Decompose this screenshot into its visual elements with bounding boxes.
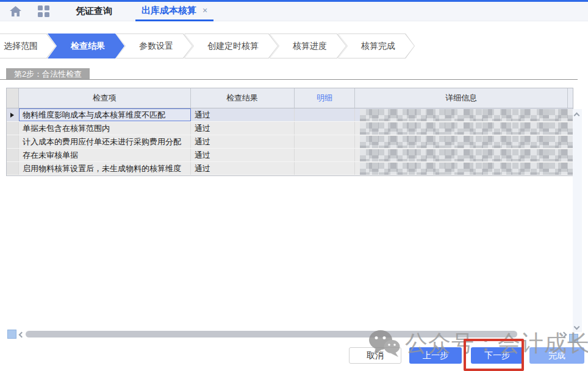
horizontal-scrollbar-thumb[interactable]: [26, 331, 517, 337]
detail-info-cell: [355, 162, 573, 175]
header-filler: [568, 88, 573, 108]
detail-info-cell: [355, 149, 573, 161]
scroll-right-icon[interactable]: [561, 332, 567, 338]
table-row[interactable]: 计入成本的费用应付单还未进行采购费用分配 通过: [7, 135, 573, 149]
tab-outbound-cost-accounting[interactable]: 出库成本核算 ×: [135, 2, 213, 21]
step-parameter-setting: 参数设置: [116, 34, 193, 58]
tab-label: 凭证查询: [76, 5, 112, 17]
home-icon[interactable]: [9, 5, 22, 18]
step-check-result: 检查结果: [48, 34, 124, 58]
check-result-table: 检查项 检查结果 明细 详细信息 物料维度影响成本与成本核算维度不匹配 通过 单…: [6, 88, 573, 176]
table-row[interactable]: 物料维度影响成本与成本核算维度不匹配 通过: [7, 108, 573, 122]
step-create-scheduled: 创建定时核算: [184, 34, 278, 58]
table-body: 物料维度影响成本与成本核算维度不匹配 通过 单据未包含在核算范围内 通过 计入成…: [7, 108, 573, 175]
row-indicator-cell: [7, 135, 19, 148]
prev-step-button[interactable]: 上一步: [409, 347, 462, 364]
check-item-cell: 单据未包含在核算范围内: [19, 122, 191, 135]
censored-mosaic: [360, 122, 573, 135]
row-indicator-cell: [7, 122, 19, 135]
row-pointer-icon: [10, 113, 14, 118]
row-indicator-header: [7, 88, 19, 108]
detail-cell[interactable]: [295, 122, 356, 135]
check-result-cell: 通过: [191, 122, 295, 135]
step-select-range: 选择范围: [0, 34, 56, 58]
cancel-button[interactable]: 取消: [349, 347, 401, 364]
table-row[interactable]: 启用物料核算设置后，未生成物料的核算维度 通过: [7, 162, 573, 175]
close-tab-icon[interactable]: ×: [203, 5, 207, 15]
vertical-scrollbar[interactable]: [573, 109, 582, 332]
check-result-cell: 通过: [191, 162, 295, 175]
check-item-cell: 物料维度影响成本与成本核算维度不匹配: [19, 108, 191, 121]
detail-cell[interactable]: [295, 108, 356, 121]
check-item-cell: 计入成本的费用应付单还未进行采购费用分配: [19, 135, 191, 148]
scroll-left-icon[interactable]: [19, 332, 25, 338]
step-progress: 核算进度: [270, 34, 346, 58]
column-header-detail-info: 详细信息: [355, 88, 568, 108]
detail-cell[interactable]: [295, 135, 356, 148]
banner-divider: [0, 79, 578, 80]
step-banner: 第2步：合法性检查: [6, 68, 90, 80]
column-header-check-item: 检查项: [19, 88, 191, 108]
check-item-cell: 存在未审核单据: [19, 149, 191, 161]
check-result-cell: 通过: [191, 135, 295, 148]
censored-mosaic: [360, 109, 573, 121]
home-icon-glyph: [10, 6, 21, 16]
finish-button[interactable]: 完成: [529, 347, 584, 364]
detail-cell[interactable]: [295, 149, 356, 161]
censored-mosaic: [360, 149, 573, 161]
next-step-button[interactable]: 下一步: [471, 347, 523, 364]
app-grid-icon[interactable]: [37, 5, 50, 18]
app-window: 凭证查询 出库成本核算 × 选择范围 检查结果 参数设置 创建定时核算 核算进度…: [0, 0, 588, 371]
table-row[interactable]: 存在未审核单据 通过: [7, 149, 573, 162]
detail-info-cell: [355, 122, 573, 135]
wizard-steps: 选择范围 检查结果 参数设置 创建定时核算 核算进度 核算完成: [0, 34, 415, 58]
row-indicator-cell: [7, 149, 19, 161]
tab-label: 出库成本核算: [142, 5, 196, 16]
column-header-check-result: 检查结果: [191, 88, 295, 108]
censored-mosaic: [360, 163, 573, 175]
table-header: 检查项 检查结果 明细 详细信息: [7, 88, 573, 108]
row-indicator-cell: [7, 108, 19, 121]
table-row[interactable]: 单据未包含在核算范围内 通过: [7, 122, 573, 135]
detail-cell[interactable]: [295, 162, 356, 175]
column-header-detail-link[interactable]: 明细: [295, 88, 356, 108]
check-result-cell: 通过: [191, 149, 295, 161]
check-item-cell: 启用物料核算设置后，未生成物料的核算维度: [19, 162, 191, 175]
detail-info-cell: [355, 135, 573, 148]
censored-mosaic: [360, 136, 573, 148]
check-result-cell: 通过: [191, 108, 295, 121]
detail-info-cell: [355, 108, 573, 121]
step-complete: 核算完成: [338, 34, 415, 58]
row-indicator-cell: [7, 162, 19, 175]
scroll-corner-left[interactable]: [7, 330, 16, 339]
top-tab-bar: 凭证查询 出库成本核算 ×: [0, 0, 588, 21]
tab-voucher-query[interactable]: 凭证查询: [73, 2, 115, 21]
scroll-corner-right[interactable]: [569, 334, 578, 343]
